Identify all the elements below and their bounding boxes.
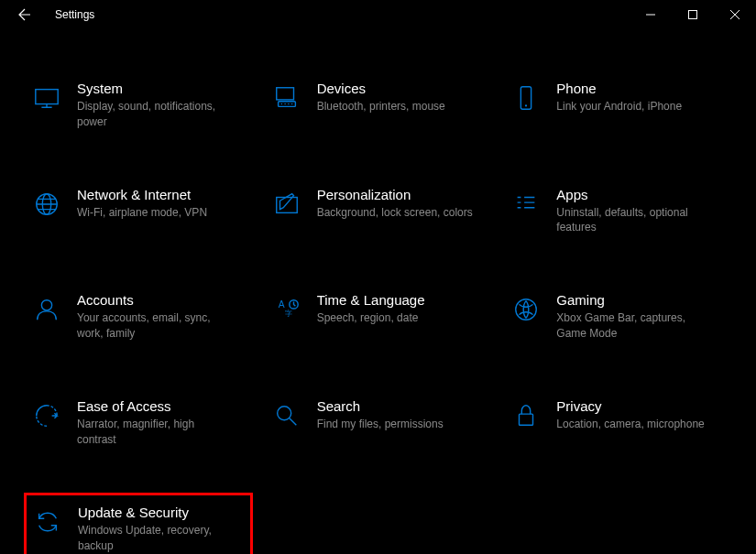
time-icon: A字 <box>271 294 302 325</box>
personalization-icon <box>271 189 302 220</box>
svg-point-4 <box>280 103 282 105</box>
network-icon <box>31 189 62 220</box>
titlebar: Settings <box>0 0 756 29</box>
svg-rect-2 <box>276 88 293 100</box>
tile-desc: Your accounts, email, sync, work, family <box>77 310 236 342</box>
settings-grid: System Display, sound, notifications, po… <box>0 29 756 554</box>
tile-devices[interactable]: Devices Bluetooth, printers, mouse <box>268 75 489 136</box>
tile-desc: Bluetooth, printers, mouse <box>317 99 477 114</box>
tile-title: Devices <box>317 81 477 96</box>
system-icon <box>31 82 62 114</box>
tile-network[interactable]: Network & Internet Wi-Fi, airplane mode,… <box>27 181 249 242</box>
tile-title: Update & Security <box>78 505 236 520</box>
tile-system[interactable]: System Display, sound, notifications, po… <box>27 75 249 136</box>
ease-icon <box>31 400 62 431</box>
tile-title: Accounts <box>77 292 236 308</box>
devices-icon <box>271 82 302 114</box>
svg-rect-0 <box>689 11 697 19</box>
close-icon <box>730 10 740 19</box>
tile-desc: Location, camera, microphone <box>556 417 716 432</box>
maximize-icon <box>688 10 697 19</box>
svg-point-18 <box>277 406 290 419</box>
tile-desc: Wi-Fi, airplane mode, VPN <box>77 205 236 221</box>
tile-title: System <box>77 81 236 96</box>
update-icon <box>32 506 63 538</box>
tile-search[interactable]: Search Find my files, permissions <box>268 393 489 453</box>
minimize-icon <box>646 10 655 19</box>
svg-rect-3 <box>278 102 295 107</box>
privacy-icon <box>510 400 542 431</box>
tile-title: Network & Internet <box>77 187 236 202</box>
close-button[interactable] <box>714 0 756 29</box>
tile-title: Privacy <box>556 398 716 414</box>
svg-point-17 <box>516 299 537 320</box>
tile-desc: Xbox Game Bar, captures, Game Mode <box>556 310 716 342</box>
tile-title: Ease of Access <box>77 398 236 414</box>
tile-title: Time & Language <box>317 292 477 308</box>
tile-title: Gaming <box>556 292 716 308</box>
tile-title: Phone <box>556 81 716 96</box>
tile-title: Search <box>317 398 477 414</box>
svg-text:字: 字 <box>285 310 292 318</box>
tile-apps[interactable]: Apps Uninstall, defaults, optional featu… <box>507 181 729 242</box>
gaming-icon <box>510 294 542 325</box>
window-title: Settings <box>55 8 94 21</box>
tile-desc: Windows Update, recovery, backup <box>78 523 236 554</box>
tile-desc: Link your Android, iPhone <box>556 99 716 114</box>
tile-desc: Display, sound, notifications, power <box>77 99 236 130</box>
tile-desc: Narrator, magnifier, high contrast <box>77 417 236 448</box>
tile-desc: Uninstall, defaults, optional features <box>556 205 716 236</box>
tile-update[interactable]: Update & Security Windows Update, recove… <box>24 493 253 554</box>
back-button[interactable] <box>11 1 38 28</box>
tile-time[interactable]: A字 Time & Language Speech, region, date <box>268 287 489 347</box>
tile-desc: Find my files, permissions <box>317 417 477 432</box>
phone-icon <box>510 82 542 114</box>
svg-point-5 <box>284 103 286 105</box>
tile-personalization[interactable]: Personalization Background, lock screen,… <box>268 181 489 242</box>
tile-title: Apps <box>556 187 716 202</box>
tile-accounts[interactable]: Accounts Your accounts, email, sync, wor… <box>27 287 249 347</box>
apps-icon <box>510 189 542 220</box>
tile-desc: Speech, region, date <box>317 310 477 326</box>
search-icon <box>271 400 302 431</box>
svg-text:A: A <box>278 299 284 310</box>
svg-point-7 <box>291 103 293 105</box>
minimize-button[interactable] <box>630 0 672 29</box>
back-arrow-icon <box>17 7 32 22</box>
svg-point-6 <box>288 103 290 105</box>
svg-point-9 <box>525 104 527 106</box>
accounts-icon <box>31 294 62 325</box>
tile-ease[interactable]: Ease of Access Narrator, magnifier, high… <box>27 393 249 453</box>
window-controls <box>630 0 756 29</box>
svg-rect-1 <box>36 90 58 104</box>
tile-gaming[interactable]: Gaming Xbox Game Bar, captures, Game Mod… <box>507 287 729 347</box>
tile-privacy[interactable]: Privacy Location, camera, microphone <box>507 393 729 453</box>
tile-phone[interactable]: Phone Link your Android, iPhone <box>507 75 729 136</box>
maximize-button[interactable] <box>672 0 714 29</box>
svg-point-13 <box>41 300 51 310</box>
tile-title: Personalization <box>317 187 477 202</box>
tile-desc: Background, lock screen, colors <box>317 205 477 221</box>
svg-rect-19 <box>520 414 533 425</box>
